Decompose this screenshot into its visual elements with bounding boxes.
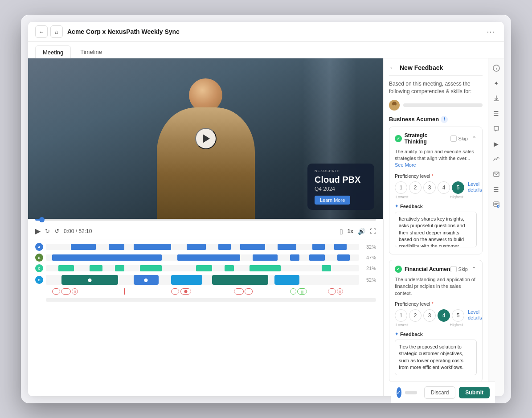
- progress-thumb: [39, 217, 45, 222]
- feedback-label: ✦ Feedback: [395, 332, 477, 337]
- right-sidebar: i ✦ ☰ ▶: [488, 58, 504, 396]
- prof-btn-2[interactable]: 2: [409, 309, 422, 322]
- track-bar: [46, 265, 359, 271]
- skip-checkbox[interactable]: [450, 266, 457, 272]
- mail-sidebar-icon[interactable]: [490, 168, 503, 180]
- prof-btn-5[interactable]: 5: [452, 181, 464, 194]
- play-button[interactable]: [195, 128, 217, 149]
- overlay-cta[interactable]: Learn More: [315, 196, 350, 205]
- feedback-sidebar-icon[interactable]: [490, 198, 503, 211]
- ai-icon: ✦: [395, 332, 398, 336]
- info-icon[interactable]: i: [441, 116, 448, 123]
- overlay-product: Cloud PBX: [315, 175, 367, 185]
- user-avatar: [389, 100, 400, 111]
- settings-sidebar-icon[interactable]: ☰: [490, 183, 503, 196]
- comp-name: ✓ Strategic Thinking: [395, 132, 450, 145]
- progress-indicator: [405, 391, 417, 394]
- track-avatar: A: [35, 243, 43, 251]
- submit-button[interactable]: Submit: [459, 387, 490, 396]
- back-button[interactable]: ←: [35, 25, 48, 38]
- prof-btn-3[interactable]: 3: [423, 309, 436, 322]
- track-bar: ⬤ ⬤: [46, 275, 359, 285]
- prof-btn-4[interactable]: 4: [438, 181, 450, 194]
- list-sidebar-icon[interactable]: ☰: [490, 107, 503, 120]
- prof-btn-1[interactable]: 1: [395, 181, 407, 194]
- track-row: B 47%: [35, 254, 376, 262]
- main-content: NEXUSPATH Cloud PBX Q4 2024 Learn More: [28, 58, 504, 396]
- level-details-link[interactable]: Level details: [468, 181, 482, 193]
- prof-btn-1[interactable]: 1: [395, 309, 407, 322]
- emotion-row: ||| ⬤: [35, 287, 376, 295]
- feedback-intro: Based on this meeting, assess the follow…: [389, 80, 483, 95]
- video-controls: ▶ ↻ ↺ 0:00 / 52:10 ▯ 1x 🔊 ⛶: [28, 223, 383, 239]
- svg-text:i: i: [495, 66, 497, 71]
- fullscreen-button[interactable]: ⛶: [370, 228, 376, 235]
- track-pct: 21%: [362, 266, 376, 271]
- prof-btn-4[interactable]: 4: [438, 309, 450, 322]
- track-bar: [46, 244, 359, 250]
- play-icon: [203, 134, 210, 143]
- download-sidebar-icon[interactable]: [490, 92, 503, 105]
- rewind-button[interactable]: ↻: [45, 228, 50, 234]
- check-icon: ✓: [395, 266, 402, 273]
- prof-label: Proficiency level *: [395, 173, 477, 179]
- timeline-area: A 32%: [28, 239, 383, 396]
- prof-extremes: Lowest Highest: [395, 323, 464, 327]
- progress-bar[interactable]: [35, 219, 376, 221]
- svg-rect-3: [494, 172, 499, 176]
- home-button[interactable]: ⌂: [50, 25, 63, 38]
- info-sidebar-icon[interactable]: i: [490, 62, 503, 74]
- track-pct: 47%: [362, 255, 376, 260]
- comp-desc: The understanding and application of fin…: [395, 276, 477, 297]
- track-row: A 32%: [35, 243, 376, 251]
- tab-timeline[interactable]: Timeline: [73, 45, 110, 58]
- speed-button[interactable]: 1x: [348, 228, 353, 234]
- track-pct: 32%: [362, 244, 376, 250]
- feedback-textarea-financial[interactable]: [395, 340, 477, 375]
- see-more-link[interactable]: See More: [395, 162, 416, 168]
- prof-btn-5[interactable]: 5: [452, 309, 464, 322]
- collapse-button[interactable]: ⌃: [471, 266, 477, 273]
- chat-sidebar-icon[interactable]: [490, 123, 503, 135]
- section-header: Business Acumen i: [389, 116, 483, 123]
- video-overlay-card: NEXUSPATH Cloud PBX Q4 2024 Learn More: [307, 164, 374, 210]
- nav-buttons: ← ⌂: [35, 25, 63, 38]
- window-title: Acme Corp x NexusPath Weekly Sync: [67, 28, 480, 35]
- track-pct: 52%: [362, 277, 376, 283]
- feedback-label: ✦ Feedback: [395, 204, 477, 209]
- level-details-link[interactable]: Level details: [468, 309, 482, 321]
- feedback-back-button[interactable]: ←: [389, 64, 396, 72]
- feedback-section: ✦ Feedback: [395, 204, 477, 249]
- track-row: C 21%: [35, 264, 376, 272]
- user-row: [389, 100, 483, 111]
- caption-button[interactable]: ▯: [340, 228, 343, 235]
- proficiency-section: Proficiency level * 1 2 3 4: [395, 173, 477, 199]
- competency-card-financial: ✓ Financial Acumen Skip ⌃ The understand…: [389, 260, 483, 382]
- prof-btn-2[interactable]: 2: [409, 181, 422, 194]
- feedback-textarea-strategic[interactable]: [395, 212, 477, 247]
- progress-bar-container: [28, 219, 383, 223]
- overlay-logo: NEXUSPATH: [315, 169, 367, 173]
- track-row: D ⬤ ⬤ 52%: [35, 275, 376, 285]
- tab-meeting[interactable]: Meeting: [35, 45, 71, 58]
- comp-desc: The ability to plan and execute sales st…: [395, 148, 477, 169]
- play-pause-button[interactable]: ▶: [35, 227, 41, 235]
- skip-checkbox[interactable]: [450, 135, 457, 142]
- forward-button[interactable]: ↺: [54, 228, 59, 234]
- prof-buttons: 1 2 3 4 5: [395, 309, 464, 322]
- discard-button[interactable]: Discard: [424, 386, 456, 396]
- tab-bar: Meeting Timeline: [28, 42, 504, 58]
- sparkle-sidebar-icon[interactable]: ✦: [490, 77, 503, 90]
- more-button[interactable]: ⋯: [484, 25, 497, 38]
- comp-name: ✓ Financial Acumen: [395, 266, 450, 273]
- feedback-section: ✦ Feedback: [395, 332, 477, 377]
- volume-button[interactable]: 🔊: [358, 228, 365, 235]
- prof-btn-3[interactable]: 3: [423, 181, 436, 194]
- video-player: NEXUSPATH Cloud PBX Q4 2024 Learn More: [28, 58, 383, 219]
- track-avatar: B: [35, 254, 43, 262]
- arrow-sidebar-icon[interactable]: ▶: [490, 138, 503, 150]
- collapse-button[interactable]: ⌃: [471, 135, 477, 142]
- track-avatar: D: [35, 276, 43, 284]
- chart-sidebar-icon[interactable]: [490, 153, 503, 165]
- competency-card-strategic: ✓ Strategic Thinking Skip ⌃ The ability …: [389, 127, 483, 254]
